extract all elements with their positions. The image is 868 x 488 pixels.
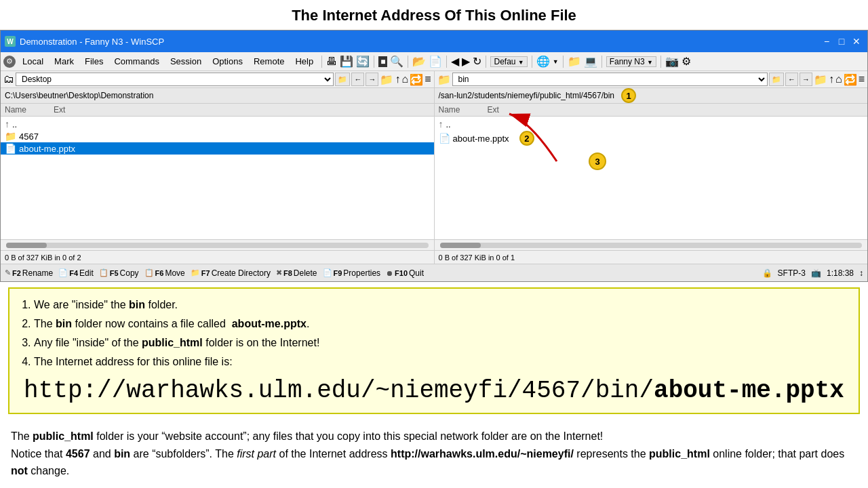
minimize-button[interactable]: − [820, 35, 833, 48]
sep6 [532, 56, 532, 68]
parent-icon: ↑ [439, 119, 443, 129]
menu-files[interactable]: Files [81, 55, 107, 68]
maximize-button[interactable]: □ [835, 35, 848, 48]
left-panel-icon: 🗂 [3, 73, 14, 85]
fkey-copy[interactable]: 📋 F5 Copy [99, 268, 139, 278]
fkey-rename-label[interactable]: Rename [22, 268, 53, 278]
menu-remote[interactable]: Remote [250, 55, 289, 68]
toolbar-icon-3[interactable]: 🔄 [356, 55, 370, 68]
right-folder-btn[interactable]: 📁 [769, 73, 784, 86]
list-item[interactable]: 📄 about-me.pptx [1, 142, 434, 155]
fkey-props[interactable]: 📄 F9 Properties [323, 268, 381, 278]
left-scrollbar-thumb[interactable] [6, 243, 47, 248]
fkey-mkdir[interactable]: 📁 F7 Create Directory [191, 268, 271, 278]
left-nav-icon5[interactable]: ≡ [425, 73, 431, 85]
left-folder-btn[interactable]: 📁 [335, 73, 350, 86]
fkey-copy-label[interactable]: Copy [120, 268, 139, 278]
menu-commands[interactable]: Commands [110, 55, 163, 68]
left-nav-icon2[interactable]: ↑ [395, 73, 400, 85]
right-scrollbar-track[interactable] [440, 243, 863, 248]
toolbar-icon-10[interactable]: 📷 [665, 55, 679, 68]
right-nav-icon5[interactable]: ≡ [859, 73, 865, 85]
title-bar: W Demonstration - Fanny N3 - WinSCP − □ … [1, 30, 867, 52]
fkey-move-label[interactable]: Move [165, 268, 184, 278]
menu-options[interactable]: Options [208, 55, 247, 68]
right-back-btn[interactable]: ← [785, 73, 798, 86]
right-file-list: ↑ .. 📄 about-me.pptx 2 [435, 117, 868, 148]
toolbar-default[interactable]: Defau ▼ [490, 56, 527, 67]
fkey-edit-label[interactable]: Edit [79, 268, 94, 278]
left-nav-icon4[interactable]: 🔁 [410, 73, 423, 86]
toolbar-icon-4[interactable]: ■ [378, 56, 387, 67]
toolbar-globe[interactable]: 🌐 [536, 55, 550, 68]
right-nav-icon1[interactable]: 📁 [814, 73, 827, 86]
fkey-move[interactable]: 📋 F6 Move [144, 268, 185, 278]
menu-local[interactable]: Local [18, 55, 47, 68]
fkey-edit-num: F4 [69, 269, 78, 277]
toolbar-icon-nav1[interactable]: ◀ [451, 55, 459, 68]
fkey-quit[interactable]: ⏺ F10 Quit [386, 268, 424, 278]
fkey-mkdir-label[interactable]: Create Directory [212, 268, 271, 278]
list-item[interactable]: ↑ .. [435, 118, 868, 130]
left-nav-icon1[interactable]: 📁 [380, 73, 393, 86]
fkey-props-label[interactable]: Properties [343, 268, 380, 278]
settings-icon[interactable]: ⚙ [3, 56, 16, 68]
left-fwd-btn[interactable]: → [366, 73, 378, 86]
toolbar-icon-6[interactable]: 📂 [412, 55, 426, 68]
pptx-icon: 📄 [5, 143, 16, 154]
instruction-item-4: The Internet address for this online fil… [34, 354, 848, 370]
left-col-name: Name [5, 105, 26, 115]
left-address-panel: 🗂 Desktop 📁 ← → 📁 ↑ ⌂ 🔁 ≡ [1, 71, 435, 87]
list-item[interactable]: 📄 about-me.pptx 2 [435, 130, 868, 146]
right-nav-icon2[interactable]: ↑ [829, 73, 834, 85]
left-nav-icon3[interactable]: ⌂ [401, 73, 408, 85]
toolbar-icon-5[interactable]: 🔍 [390, 55, 403, 68]
right-col-ext: Ext [488, 105, 499, 115]
left-scrollbar[interactable] [1, 240, 435, 250]
right-scrollbar[interactable] [435, 240, 868, 250]
parent-icon: ↑ [5, 119, 9, 129]
fkey-mkdir-num: F7 [201, 269, 210, 277]
instruction-list: We are "inside" the bin folder. The bin … [34, 297, 848, 370]
url-display: http://warhawks.ulm.edu/~niemeyfi/4567/b… [20, 377, 848, 405]
monitor-icon: 📺 [811, 268, 821, 278]
right-col-name: Name [439, 105, 460, 115]
list-item[interactable]: ↑ .. [1, 118, 434, 130]
left-address-combo[interactable]: Desktop [16, 73, 334, 86]
toolbar-icon-8[interactable]: 📁 [568, 55, 581, 68]
right-panel-header: Name Ext [435, 104, 868, 117]
menu-help[interactable]: Help [291, 55, 317, 68]
app-icon: W [5, 36, 16, 47]
close-button[interactable]: ✕ [850, 35, 863, 48]
window-title: Demonstration - Fanny N3 - WinSCP [20, 37, 164, 47]
fkey-rename-icon: ✎ [5, 268, 11, 277]
list-item[interactable]: 📁 4567 [1, 130, 434, 142]
menu-session[interactable]: Session [166, 55, 205, 68]
fkey-delete-label[interactable]: Delete [294, 268, 317, 278]
right-address-combo[interactable]: bin [452, 73, 768, 86]
toolbar-icon-11[interactable]: ⚙ [682, 55, 691, 68]
left-scrollbar-track[interactable] [6, 243, 429, 248]
left-back-btn[interactable]: ← [351, 73, 364, 86]
fkey-copy-icon: 📋 [99, 268, 108, 277]
right-nav-icon4[interactable]: 🔁 [844, 73, 857, 86]
toolbar-icon-refresh[interactable]: ↻ [473, 55, 481, 68]
toolbar-icon-1[interactable]: 🖶 [326, 56, 337, 68]
fkey-delete[interactable]: ✖ F8 Delete [276, 268, 317, 278]
fkey-edit[interactable]: 📄 F4 Edit [58, 268, 94, 278]
fkey-rename[interactable]: ✎ F2 Rename [5, 268, 53, 278]
fkey-delete-num: F8 [283, 269, 292, 277]
toolbar-icon-nav2[interactable]: ▶ [462, 55, 470, 68]
toolbar-icon-2[interactable]: 💾 [340, 55, 353, 68]
fkey-quit-label[interactable]: Quit [409, 268, 424, 278]
toolbar-icon-9[interactable]: 💻 [584, 55, 597, 68]
right-nav-icon3[interactable]: ⌂ [835, 73, 842, 85]
right-fwd-btn[interactable]: → [800, 73, 812, 86]
left-status: 0 B of 327 KiB in 0 of 2 [1, 251, 435, 264]
fkey-move-num: F6 [155, 269, 164, 277]
toolbar-icon-7[interactable]: 📄 [429, 55, 442, 68]
toolbar-profile[interactable]: Fanny N3 ▼ [606, 56, 656, 67]
menu-mark[interactable]: Mark [50, 55, 78, 68]
sep9 [660, 56, 661, 68]
right-scrollbar-thumb[interactable] [440, 243, 481, 248]
